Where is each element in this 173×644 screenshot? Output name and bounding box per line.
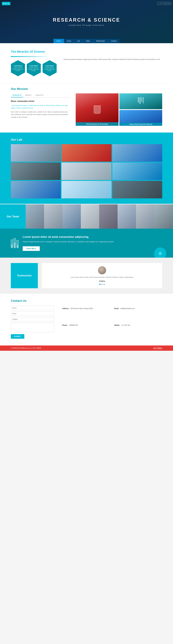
- nav-item-about[interactable]: About: [64, 39, 74, 43]
- team-photo-2: [44, 204, 62, 228]
- testimonial-text: Lorem ipsum dolor sit amet, sed do eiusm…: [70, 276, 133, 279]
- testimonial-dots: [99, 284, 105, 285]
- team-section: Our Team: [0, 204, 173, 228]
- miracles-left: The Miracles Of Science Lorem Ipsum Viva…: [11, 50, 57, 76]
- testimonial-author: Andery: [99, 280, 105, 282]
- tab-genetics[interactable]: GENETICS: [34, 94, 45, 98]
- miracles-section: The Miracles Of Science Lorem Ipsum Viva…: [0, 43, 173, 83]
- miracles-description: Vivamus posuere faucibus magna quis tinc…: [63, 58, 162, 61]
- footer-text: 行业研究技术lX数据stienlao.com分析下载报告: [11, 347, 41, 349]
- mission-left: RESEARCH ENERGY GENETICS Nunc venenatis …: [11, 94, 70, 126]
- testimonial-avatar: [98, 266, 106, 274]
- email-label: Email:: [114, 308, 119, 310]
- mobile-label: Mobile:: [114, 324, 120, 326]
- mission-quote: " Cras feugiat dui augue, in malesuada s…: [11, 104, 70, 109]
- team-photo-7: [136, 204, 154, 228]
- testimonials-label-block: Testimonials: [11, 263, 38, 288]
- cta-tubes: [11, 238, 19, 248]
- nav-item-team[interactable]: Team: [83, 39, 93, 43]
- nav-item-home[interactable]: Home: [53, 39, 64, 43]
- testimonials-content: Lorem ipsum dolor sit amet, sed do eiusm…: [42, 263, 162, 288]
- hex3-text: Vivamus posuere faucibus magna quis tinc…: [43, 67, 56, 72]
- facebook-icon[interactable]: f: [157, 2, 160, 5]
- phone-label: Phone:: [62, 324, 68, 326]
- subject-input[interactable]: [11, 317, 54, 322]
- team-photo-4: [81, 204, 99, 228]
- lab-grid: [11, 144, 162, 198]
- phone-value: +900887766: [69, 324, 78, 326]
- navigation: Home About Lab Team Testimonials Contact: [53, 39, 119, 43]
- read-more-button[interactable]: Read More: [23, 246, 40, 251]
- virus-decoration-icon: ✳: [158, 250, 162, 257]
- email-value: mail@example.com: [120, 308, 134, 310]
- address-value: 533 Broome New Jersey,10002: [70, 308, 93, 310]
- nav-item-contact[interactable]: Contact: [108, 39, 119, 43]
- hexagon-1: Lorem Ipsum Vivamus posuere faucibus mag…: [11, 60, 25, 76]
- tube-icon-3: [17, 240, 19, 248]
- hexagons-container: Lorem Ipsum Vivamus posuere faucibus mag…: [11, 60, 57, 76]
- hero-subtitle: Leadership Through Innovation: [53, 24, 120, 26]
- email-input[interactable]: [11, 312, 54, 316]
- address-item: Address: 533 Broome New Jersey,10002: [62, 307, 110, 322]
- team-title: Our Team: [7, 215, 19, 218]
- name-input[interactable]: [11, 306, 54, 310]
- message-input[interactable]: [11, 323, 54, 332]
- logo-badge[interactable]: R & S: [2, 2, 11, 5]
- cta-title: Lorem ipsum dolor sit amet consectetur a…: [23, 235, 162, 238]
- team-photo-8: [154, 204, 173, 228]
- hero-title: RESEARCH & SCIENCE: [53, 17, 120, 23]
- address-label: Address:: [62, 308, 69, 310]
- lab-image-1: [11, 144, 61, 162]
- lab-image-6: [112, 162, 162, 180]
- contact-form: SUBMIT: [11, 306, 54, 339]
- footer: 行业研究技术lX数据stienlao.com分析下载报告 前往下载报告: [0, 346, 173, 351]
- phone-item: Phone: +900887766: [62, 324, 110, 339]
- contact-section: Contact Us SUBMIT Address: 533 Broome Ne…: [0, 294, 173, 346]
- nav-item-lab[interactable]: Lab: [74, 39, 83, 43]
- mission-right: Serving Science & Technology Always Ahea…: [76, 94, 162, 126]
- linkedin-icon[interactable]: in: [168, 2, 171, 5]
- hex1-title: Lorem Ipsum: [14, 65, 22, 66]
- mission-text: Donec felis mi, tristique in sodales dui…: [11, 111, 70, 118]
- cta-content: Lorem ipsum dolor sit amet consectetur a…: [23, 235, 162, 251]
- team-photo-3: [62, 204, 81, 228]
- tube-icon-1: [11, 240, 13, 248]
- miracles-right: Vivamus posuere faucibus magna quis tinc…: [63, 50, 162, 61]
- googleplus-icon[interactable]: g+: [164, 2, 167, 5]
- team-photos: [26, 204, 173, 228]
- tab-research[interactable]: RESEARCH: [11, 94, 23, 98]
- hexagon-3: Lorem Ipsum Vivamus posuere faucibus mag…: [43, 60, 57, 76]
- team-photo-6: [118, 204, 136, 228]
- mobile-value: +11 222 333: [121, 324, 130, 326]
- mission-tabs: RESEARCH ENERGY GENETICS: [11, 94, 70, 98]
- mission-image-3-label: Always Ahead Facing The Unknown: [119, 123, 162, 126]
- cta-text: Aliquam feugiat tempus justo in vulputat…: [23, 240, 162, 243]
- lab-image-7: [11, 181, 61, 198]
- dot-2[interactable]: [101, 284, 103, 285]
- mission-section: Our Mission RESEARCH ENERGY GENETICS Nun…: [0, 83, 173, 132]
- hex1-text: Vivamus posuere faucibus magna quis tinc…: [12, 67, 24, 72]
- dot-3[interactable]: [104, 284, 105, 285]
- twitter-icon[interactable]: t: [161, 2, 164, 5]
- testimonials-section: Testimonials Lorem ipsum dolor sit amet,…: [0, 258, 173, 294]
- lab-image-4: [11, 162, 61, 180]
- mission-content-title: Nunc venenatis tortor: [11, 100, 70, 102]
- team-photo-1: [26, 204, 44, 228]
- cta-section: Lorem ipsum dolor sit amet consectetur a…: [0, 228, 173, 258]
- lab-image-3: [112, 144, 162, 162]
- tube-icon-2: [14, 238, 16, 248]
- lab-image-5: [62, 162, 111, 180]
- submit-button[interactable]: SUBMIT: [11, 334, 24, 339]
- email-item: Email: mail@example.com: [114, 307, 162, 322]
- social-bar: f t g+ in: [157, 2, 171, 5]
- mission-image-3: Always Ahead Facing The Unknown: [119, 110, 162, 126]
- footer-link[interactable]: 前往下载报告: [153, 347, 162, 349]
- cta-decoration: ✳: [154, 248, 166, 258]
- lab-section: Our Lab: [0, 132, 173, 204]
- tab-energy[interactable]: ENERGY: [23, 94, 34, 98]
- hero-section: R & S f t g+ in RESEARCH & SCIENCE Leade…: [0, 0, 173, 43]
- dot-1[interactable]: [99, 284, 101, 285]
- nav-item-testimonials[interactable]: Testimonials: [93, 39, 108, 43]
- hexagon-2: Lorem Ipsum Vivamus posuere faucibus mag…: [27, 60, 41, 76]
- lab-title: Our Lab: [11, 138, 162, 142]
